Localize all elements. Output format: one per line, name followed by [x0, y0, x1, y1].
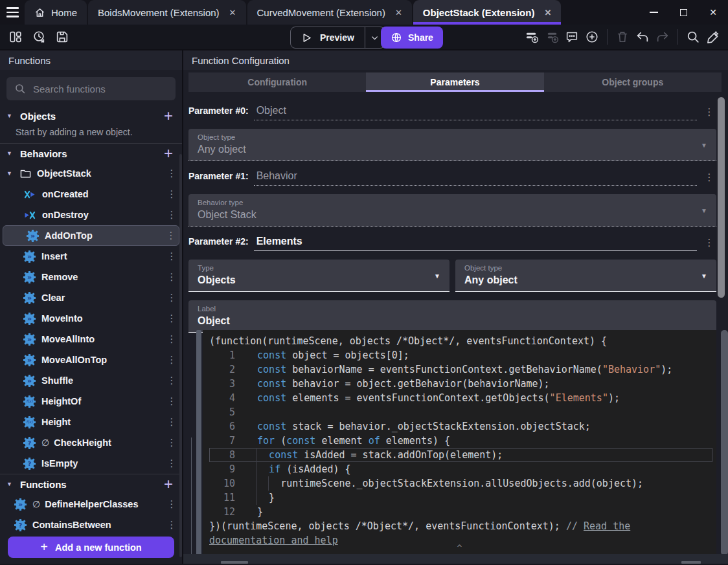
sidebar-item-containsbetween[interactable]: ?ContainsBetween⋮	[0, 515, 182, 535]
code-line-9[interactable]: 9 if (isAdded) {	[209, 462, 712, 476]
code-line-4[interactable]: 4 const elements = eventsFunctionContext…	[209, 391, 712, 405]
add-functions-button[interactable]: +	[164, 478, 173, 491]
parameter-menu-icon[interactable]: ⋮	[702, 172, 716, 186]
editor-resize-hint[interactable]: ^	[457, 541, 462, 555]
documentation-link[interactable]: documentation and help	[209, 535, 338, 546]
select-object-type[interactable]: Object typeAny object▼	[455, 260, 716, 292]
share-button[interactable]: Share	[381, 27, 443, 49]
item-menu-icon[interactable]: ⋮	[166, 230, 176, 241]
minimize-button[interactable]	[639, 0, 668, 25]
preview-button-main[interactable]: Preview	[291, 27, 365, 48]
tab-objectstack-extension[interactable]: ObjectStack (Extension)✕	[413, 0, 561, 25]
add-objects-button[interactable]: +	[164, 109, 173, 122]
code-line-8[interactable]: 8 const isAdded = stack.addOnTop(element…	[209, 448, 712, 462]
search-events-button[interactable]	[683, 27, 703, 47]
sidebar-item-remove[interactable]: »Remove⋮	[0, 267, 182, 287]
code-line-3[interactable]: 3 const behavior = object.getBehavior(be…	[209, 377, 712, 391]
item-menu-icon[interactable]: ⋮	[166, 354, 177, 366]
add-event-button[interactable]	[522, 27, 541, 47]
item-menu-icon[interactable]: ⋮	[166, 209, 177, 221]
parameter-name-input[interactable]: Object	[254, 105, 697, 120]
tab-close-icon[interactable]: ✕	[229, 8, 236, 17]
sidebar-item-clear[interactable]: »Clear⋮	[0, 287, 182, 308]
parameter-menu-icon[interactable]: ⋮	[702, 106, 716, 120]
item-menu-icon[interactable]: ⋮	[166, 458, 177, 469]
code-line-7[interactable]: 7 for (const element of elements) {	[209, 434, 712, 448]
sidebar-item-insert[interactable]: »Insert⋮	[0, 246, 182, 267]
item-menu-icon[interactable]: ⋮	[166, 250, 177, 262]
chevron-down-icon[interactable]: ▼	[6, 150, 14, 157]
select-type[interactable]: TypeObjects▼	[188, 260, 449, 292]
code-line-10[interactable]: 10 runtimeScene._objectStackExtension.al…	[209, 476, 712, 491]
add-comment-button[interactable]	[562, 27, 582, 47]
sidebar-item-moveallontop[interactable]: »MoveAllOnTop⋮	[0, 349, 182, 370]
code-line-1[interactable]: 1 const object = objects[0];	[209, 348, 712, 362]
tab-close-icon[interactable]: ✕	[544, 8, 551, 17]
select-behavior-type[interactable]: Behavior typeObject Stack▼	[188, 194, 716, 227]
item-menu-icon[interactable]: ⋮	[166, 416, 177, 428]
sidebar-item-height[interactable]: f(x)Height⋮	[0, 412, 182, 432]
item-menu-icon[interactable]: ⋮	[166, 292, 177, 304]
add-behaviors-button[interactable]: +	[164, 147, 173, 160]
add-button[interactable]	[582, 27, 602, 47]
item-menu-icon[interactable]: ⋮	[166, 168, 177, 179]
item-menu-icon[interactable]: ⋮	[166, 498, 177, 510]
sidebar-item-shuffle[interactable]: »Shuffle⋮	[0, 370, 182, 391]
search-functions-box[interactable]	[6, 77, 176, 100]
sidebar-item-objectstack[interactable]: ▼ObjectStack⋮	[0, 163, 182, 184]
item-menu-icon[interactable]: ⋮	[166, 395, 177, 407]
open-panels-button[interactable]	[6, 27, 25, 47]
chevron-down-icon[interactable]: ▼	[6, 113, 14, 119]
code-line-6[interactable]: 6 const stack = behavior._objectStackExt…	[209, 419, 712, 434]
version-history-button[interactable]	[29, 27, 49, 47]
text-field-label[interactable]: LabelObject	[188, 300, 716, 333]
editor-left-strip[interactable]	[196, 330, 201, 555]
parameter-name-input[interactable]: Elements	[254, 236, 697, 251]
add-new-function-button[interactable]: + Add a new function	[8, 537, 174, 558]
sidebar-item-moveallinto[interactable]: »MoveAllInto⋮	[0, 329, 182, 349]
code-line-5[interactable]: 5	[209, 405, 712, 419]
tab-boidsmovement-extension[interactable]: BoidsMovement (Extension)✕	[88, 0, 246, 25]
tab-object-groups[interactable]: Object groups	[544, 72, 722, 92]
redo-button[interactable]	[653, 27, 672, 47]
item-menu-icon[interactable]: ⋮	[166, 271, 177, 283]
item-menu-icon[interactable]: ⋮	[166, 313, 177, 324]
item-menu-icon[interactable]: ⋮	[166, 375, 177, 386]
sidebar-scrollbar[interactable]	[179, 154, 182, 557]
main-menu-button[interactable]	[0, 0, 25, 25]
select-object-type[interactable]: Object typeAny object▼	[188, 129, 716, 161]
item-menu-icon[interactable]: ⋮	[166, 188, 177, 200]
close-button[interactable]: ✕	[698, 0, 728, 25]
chevron-down-icon[interactable]: ▼	[6, 170, 14, 177]
delete-button[interactable]	[613, 27, 632, 47]
extension-edit-button[interactable]	[703, 27, 723, 47]
sidebar-item-heightof[interactable]: f(x)HeightOf⋮	[0, 391, 182, 412]
code-line-11[interactable]: 11 }	[209, 491, 712, 505]
maximize-button[interactable]	[668, 0, 698, 25]
tab-configuration[interactable]: Configuration	[188, 72, 366, 92]
chevron-down-icon[interactable]: ▼	[6, 481, 14, 487]
tab-close-icon[interactable]: ✕	[395, 8, 402, 17]
sidebar-item-isempty[interactable]: ?IsEmpty⋮	[0, 453, 182, 474]
item-menu-icon[interactable]: ⋮	[166, 519, 177, 531]
parameter-menu-icon[interactable]: ⋮	[702, 237, 716, 251]
code-line-12[interactable]: 12 }	[209, 505, 712, 519]
editor-scrollbar[interactable]	[721, 330, 728, 555]
parameters-scrollbar[interactable]	[718, 97, 725, 298]
item-menu-icon[interactable]: ⋮	[166, 333, 177, 345]
preview-button[interactable]: Preview	[290, 27, 385, 49]
add-subevent-button[interactable]	[542, 27, 562, 47]
sidebar-item-definehelperclasses[interactable]: »∅DefineHelperClasses⋮	[0, 494, 182, 515]
tab-parameters[interactable]: Parameters	[366, 72, 543, 92]
undo-button[interactable]	[633, 27, 652, 47]
tab-curvedmovement-extension[interactable]: CurvedMovement (Extension)✕	[247, 0, 412, 25]
tab-home[interactable]: Home	[25, 0, 87, 25]
search-functions-input[interactable]	[33, 83, 163, 94]
save-button[interactable]	[52, 27, 72, 47]
sidebar-item-moveinto[interactable]: »MoveInto⋮	[0, 308, 182, 329]
sidebar-item-ondestroy[interactable]: onDestroy⋮	[0, 205, 182, 225]
documentation-link[interactable]: Read the	[584, 520, 630, 532]
sidebar-item-checkheight[interactable]: ?∅CheckHeight⋮	[0, 432, 182, 453]
sidebar-item-addontop[interactable]: »AddOnTop⋮	[3, 225, 179, 246]
sidebar-item-oncreated[interactable]: onCreated⋮	[0, 184, 182, 205]
